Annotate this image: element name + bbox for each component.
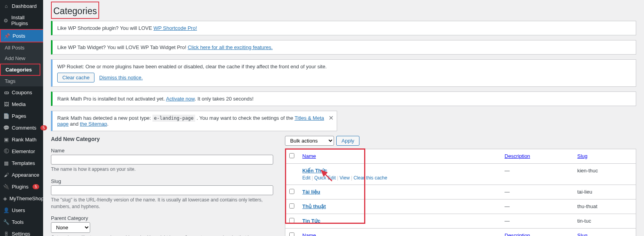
slug-input[interactable]	[51, 185, 273, 195]
sliders-icon: 🎚	[3, 231, 9, 236]
select-all-bottom[interactable]	[289, 232, 294, 236]
notice-text: Rank Math Pro is installed but not activ…	[57, 96, 166, 102]
media-icon: 🖼	[3, 101, 9, 107]
submenu-add-new[interactable]: Add New	[0, 53, 43, 64]
col-name[interactable]: Name	[298, 149, 501, 164]
menu-label: Tools	[12, 219, 24, 225]
table-row: Kiến Thức Edit Quick Edit View Clear thi…	[285, 164, 636, 185]
menu-install-plugins[interactable]: ⚙Install Plugins	[0, 12, 43, 29]
menu-settings[interactable]: 🎚Settings	[0, 228, 43, 236]
category-desc: —	[501, 164, 573, 185]
templates-icon: ▦	[3, 160, 9, 166]
clear-cache-link[interactable]: Clear this cache	[354, 175, 387, 181]
submenu-tags[interactable]: Tags	[0, 76, 43, 86]
notice-text: Like WP Shortcode plugin? You will LOVE	[57, 25, 153, 31]
col-slug[interactable]: Slug	[573, 149, 636, 164]
menu-label: Settings	[12, 231, 30, 236]
menu-posts[interactable]: 📌Posts	[1, 30, 43, 42]
menu-dashboard[interactable]: ⌂Dashboard	[0, 0, 43, 12]
notice-rankmath-activate: Rank Math Pro is installed but not activ…	[51, 91, 636, 106]
menu-mythemeshop[interactable]: ◈MyThemeShop	[0, 192, 43, 204]
row-checkbox[interactable]	[289, 218, 294, 223]
clear-cache-button[interactable]: Clear cache	[57, 73, 94, 82]
notice-text: .	[107, 121, 109, 127]
table-row: Thủ thuật — thu-thuat	[285, 199, 636, 214]
notice-rocket: WP Rocket: One or more plugins have been…	[51, 59, 636, 87]
name-label: Name	[51, 148, 273, 154]
category-name-link[interactable]: Kiến Thức	[302, 168, 327, 174]
plugins-badge: 5	[33, 184, 40, 189]
menu-label: Pages	[12, 113, 26, 119]
add-category-form: Add New Category Name The name is how it…	[51, 136, 273, 236]
menu-label: Appearance	[12, 172, 39, 178]
menu-label: Dashboard	[12, 3, 37, 9]
col-name-footer[interactable]: Name	[298, 229, 501, 236]
pin-icon: 📌	[4, 33, 10, 39]
rank-icon: ▣	[3, 136, 9, 143]
row-checkbox[interactable]	[289, 203, 294, 209]
table-row: Tài liệu — tai-lieu	[285, 185, 636, 199]
notice-text: Rank Math has detected a new post type:	[57, 115, 152, 121]
menu-comments[interactable]: 💬Comments5	[0, 122, 43, 134]
slug-description: The "slug" is the URL-friendly version o…	[51, 197, 273, 210]
menu-label: Elementor	[12, 148, 35, 154]
menu-appearance[interactable]: 🖌Appearance	[0, 169, 43, 181]
category-slug: thu-thuat	[573, 199, 636, 214]
category-name-link[interactable]: Tài liệu	[302, 189, 320, 195]
category-name-link[interactable]: Thủ thuật	[302, 203, 326, 209]
menu-label: Media	[12, 101, 25, 107]
category-slug: kien-thuc	[573, 164, 636, 185]
col-description[interactable]: Description	[501, 149, 573, 164]
ticket-icon: 🎟	[3, 89, 9, 95]
col-slug-footer[interactable]: Slug	[573, 229, 636, 236]
view-link[interactable]: View	[339, 175, 350, 181]
parent-select[interactable]: None	[51, 222, 90, 233]
plug-icon: 🔌	[3, 183, 9, 190]
menu-pages[interactable]: 📄Pages	[0, 110, 43, 122]
menu-media[interactable]: 🖼Media	[0, 98, 43, 110]
menu-label: Install Plugins	[11, 15, 40, 26]
sitemap-link[interactable]: the Sitemap	[80, 121, 107, 127]
menu-label: Posts	[13, 33, 25, 39]
admin-sidebar: ⌂Dashboard ⚙Install Plugins 📌Posts All P…	[0, 0, 43, 236]
select-all-top[interactable]	[289, 153, 294, 158]
submenu-all-posts[interactable]: All Posts	[0, 42, 43, 53]
menu-coupons[interactable]: 🎟Coupons	[0, 86, 43, 98]
col-description-footer[interactable]: Description	[501, 229, 573, 236]
page-title: Categories	[53, 2, 97, 18]
gear-icon: ⚙	[3, 17, 9, 24]
edit-link[interactable]: Edit	[302, 175, 310, 181]
menu-templates[interactable]: ▦Templates	[0, 157, 43, 169]
table-row: Tin Tức — tin-tuc	[285, 214, 636, 229]
bulk-actions-select-top[interactable]: Bulk actions	[285, 136, 334, 146]
notice-text: WP Rocket: One or more plugins have been…	[57, 64, 631, 70]
dashboard-icon: ⌂	[3, 3, 9, 9]
menu-rank-math[interactable]: ▣Rank Math	[0, 134, 43, 145]
category-desc: —	[501, 214, 573, 229]
dismiss-notice-link[interactable]: Dismiss this notice.	[99, 75, 143, 80]
apply-button-top[interactable]: Apply	[336, 136, 359, 146]
category-name-link[interactable]: Tin Tức	[302, 218, 320, 224]
menu-tools[interactable]: 🔧Tools	[0, 216, 43, 228]
main-content: Categories Like WP Shortcode plugin? You…	[43, 0, 644, 236]
notice-link-tab[interactable]: Click here for all the exciting features…	[188, 44, 273, 50]
page-icon: 📄	[3, 113, 9, 119]
menu-elementor[interactable]: ⒺElementor	[0, 145, 43, 157]
theme-icon: ◈	[3, 195, 7, 201]
menu-users[interactable]: 👤Users	[0, 204, 43, 216]
notice-link-shortcode[interactable]: WP Shortcode Pro!	[153, 25, 197, 31]
row-actions: Edit Quick Edit View Clear this cache	[302, 175, 497, 181]
activate-now-link[interactable]: Activate now	[166, 96, 194, 102]
name-input[interactable]	[51, 155, 273, 165]
menu-plugins[interactable]: 🔌Plugins5	[0, 181, 43, 192]
quick-edit-link[interactable]: Quick Edit	[314, 175, 336, 181]
row-checkbox[interactable]	[289, 189, 294, 194]
wrench-icon: 🔧	[3, 219, 9, 225]
menu-label: Comments	[12, 125, 36, 131]
dismiss-icon[interactable]: ✕	[328, 114, 334, 122]
notice-shortcode: Like WP Shortcode plugin? You will LOVE …	[51, 21, 636, 35]
user-icon: 👤	[3, 207, 9, 213]
category-slug: tin-tuc	[573, 214, 636, 229]
submenu-categories[interactable]: Categories	[1, 64, 40, 75]
comment-icon: 💬	[3, 124, 9, 131]
